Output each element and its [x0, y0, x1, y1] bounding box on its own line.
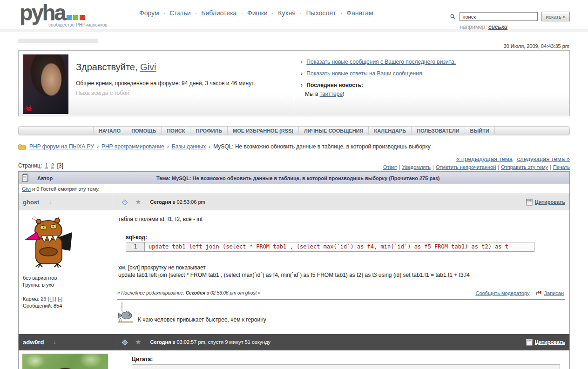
- logo-tagline: сообщество PHP-маньяков: [48, 22, 108, 27]
- menu-profile[interactable]: ПРОФИЛЬ: [190, 127, 227, 135]
- post-body-adw0rd: Цитата:: [19, 350, 569, 369]
- time-spent-text: Общее время, проведенное на форуме: 94 д…: [76, 80, 255, 87]
- viewers-row: Givi и 0 Гостей смотрят эту тему.: [19, 184, 569, 194]
- search-icon: [450, 14, 456, 20]
- post-text-line1: табла с полями id, f1, f2, всё - int: [118, 216, 565, 222]
- print-link[interactable]: Печать: [553, 164, 570, 170]
- menu-calendar[interactable]: КАЛЕНДАРЬ: [368, 127, 411, 135]
- nav-separator: ·: [195, 9, 197, 17]
- menu-home[interactable]: НАЧАЛО: [93, 127, 126, 135]
- jump-down-icon[interactable]: ↓: [48, 199, 51, 205]
- page-1-link[interactable]: 1: [45, 162, 48, 169]
- news-label: Последняя новость:: [306, 82, 363, 88]
- menu-private-messages[interactable]: ЛИЧНЫЕ СООБЩЕНИЯ: [298, 127, 368, 135]
- code-block[interactable]: 1 update tab1 left join (select * FROM t…: [126, 242, 534, 252]
- member-title: без вариантов: [23, 275, 112, 282]
- nav-kitchen[interactable]: Кухня: [278, 9, 295, 17]
- action-separator: |: [399, 164, 400, 170]
- current-page: [3]: [57, 162, 63, 169]
- breadcrumb-separator: ›: [97, 143, 99, 150]
- nav-library[interactable]: Библиотека: [201, 9, 237, 17]
- search-hint-link[interactable]: сиськи: [488, 24, 507, 30]
- fish-on-hook-icon: [117, 302, 135, 323]
- action-separator: |: [433, 164, 434, 170]
- nav-forum[interactable]: Форум: [139, 9, 159, 17]
- topic-column-header: Тема: MySQL: Не возможно обновить данные…: [156, 175, 440, 181]
- username-link[interactable]: Givi: [140, 62, 156, 72]
- news-text: Мы в: [305, 91, 320, 97]
- breadcrumb-subcategory[interactable]: Базы данных: [172, 143, 206, 150]
- star-icon: ★: [135, 198, 141, 206]
- logo-square-green: [73, 15, 78, 20]
- nav-separator: ·: [272, 9, 274, 17]
- post-text-line2: хм. [скл] прокрутку не показывает: [118, 264, 565, 271]
- bullet-icon: ›: [301, 70, 303, 77]
- show-new-messages-link[interactable]: Показать новые сообщения с Вашего послед…: [306, 59, 456, 65]
- jump-down-icon[interactable]: ↓: [54, 339, 56, 345]
- bullet-icon: ›: [301, 82, 303, 88]
- star-icon: ★: [135, 338, 141, 346]
- nav-articles[interactable]: Статьи: [169, 9, 190, 17]
- viewer-user-link[interactable]: Givi: [22, 186, 31, 192]
- viewers-text: и 0 Гостей смотрят эту тему.: [31, 186, 100, 192]
- quote-block-label: Цитата:: [132, 356, 565, 362]
- reply-link[interactable]: Ответ: [383, 164, 397, 170]
- next-topic-link[interactable]: следующая тема »: [517, 155, 570, 162]
- member-group: Группа: в ухо: [23, 282, 112, 288]
- pages-label: Страниц:: [18, 162, 42, 169]
- menu-search[interactable]: ПОИСК: [161, 127, 190, 135]
- logged-link[interactable]: Записан: [544, 290, 564, 296]
- post-header-ghost: ghost ↓ ★ Сегодня в 02:53:06 pm Цитирова…: [19, 194, 569, 210]
- menu-help[interactable]: ПОМОЩЬ: [126, 127, 161, 135]
- nav-fans[interactable]: Фанатам: [346, 9, 373, 17]
- breadcrumb-category[interactable]: PHP программирование: [101, 143, 164, 150]
- last-edit-note: « Последнее редактирование: Сегодня в 02…: [117, 290, 261, 295]
- menu-favorites-rss[interactable]: МОЕ ИЗБРАННОЕ (RSS): [227, 127, 298, 135]
- nav-pyhoslet[interactable]: Пыхослёт: [306, 9, 336, 17]
- user-info-panel: ☠ Здравствуйте, Givi Общее время, провед…: [18, 50, 570, 116]
- menu-logout[interactable]: ВЫЙТИ: [465, 127, 495, 135]
- quote-button[interactable]: Цитировать: [535, 199, 565, 205]
- page-2-link[interactable]: 2: [51, 162, 54, 169]
- current-datetime: 30 Июля, 2009, 04:43:35 pm: [18, 43, 569, 49]
- post-author-link[interactable]: adw0rd: [23, 339, 44, 346]
- post-author-link[interactable]: ghost: [23, 199, 39, 206]
- bullet-icon: ›: [301, 59, 303, 65]
- topic-actions: Ответ|Уведомлять|Отметить непрочитанной|…: [383, 164, 570, 170]
- nav-fishki[interactable]: Фишки: [247, 9, 268, 17]
- send-topic-link[interactable]: Отправить эту тему: [501, 164, 548, 170]
- notify-link[interactable]: Уведомлять: [402, 164, 431, 170]
- folder-icon: [18, 144, 26, 150]
- search-button[interactable]: искать »: [541, 12, 570, 21]
- twitter-link[interactable]: твиттере: [320, 91, 343, 97]
- breadcrumb-root[interactable]: PHP форум на ПЫХА.РУ: [29, 143, 94, 150]
- sql-code-label: sql-код:: [126, 234, 565, 241]
- show-new-replies-link[interactable]: Показать новые ответы на Ваши сообщения.: [306, 70, 423, 77]
- logo-square-red: [80, 15, 85, 20]
- search-hint-label: например:: [460, 24, 487, 30]
- logo-text: pyha: [20, 0, 65, 25]
- greeting-text: Здравствуйте,: [76, 62, 138, 72]
- post-count: Сообщений: 854: [23, 302, 112, 309]
- menu-users[interactable]: ПОЛЬЗОВАТЕЛИ: [411, 127, 464, 135]
- prev-topic-link[interactable]: « предыдущая тема: [456, 155, 513, 162]
- signature-divider: [117, 299, 565, 300]
- post-body-ghost: без вариантов Группа: в ухо Карма: 29 [+…: [19, 210, 569, 334]
- news-text-suffix: !: [343, 91, 344, 97]
- breadcrumb-separator: ›: [167, 143, 169, 150]
- signature-text: К чаю человек привыкает быстрее, чем к г…: [138, 316, 266, 323]
- quote-block: [132, 364, 560, 369]
- site-logo[interactable]: pyha сообщество PHP-маньяков: [20, 2, 108, 27]
- karma-plus-link[interactable]: [+]: [48, 296, 54, 302]
- quote-button[interactable]: Цитировать: [535, 339, 565, 345]
- search-input[interactable]: [460, 12, 538, 21]
- site-header: pyha сообщество PHP-маньяков Форум·Стать…: [0, 0, 588, 29]
- report-to-moderator-link[interactable]: Сообщить модератору: [475, 290, 529, 296]
- user-avatar: ☠: [23, 54, 68, 114]
- mark-unread-link[interactable]: Отметить непрочитанной: [436, 164, 496, 170]
- code-text: update tab1 left join (select * FROM tab…: [145, 242, 534, 251]
- karma-minus-link[interactable]: [-]: [58, 296, 62, 302]
- collapse-handle[interactable]: [18, 39, 98, 43]
- nav-separator: ·: [340, 9, 343, 17]
- pagination: Страниц: 1 2 [3]: [18, 162, 65, 170]
